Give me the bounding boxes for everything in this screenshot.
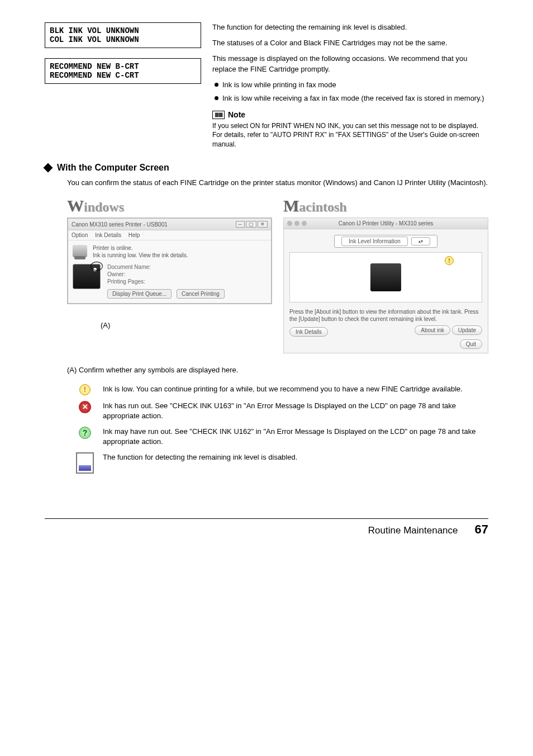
lcd-message-boxes: BLK INK VOL UNKNOWN COL INK VOL UNKNOWN …: [45, 22, 201, 149]
page-footer: Routine Maintenance 67: [45, 518, 488, 537]
status-line: Ink is running low. View the ink details…: [93, 252, 266, 258]
cartridge-image: [370, 263, 401, 291]
ink-low-icon: !: [79, 384, 91, 395]
lcd-line: RECOMMEND NEW C-CRT: [50, 71, 139, 80]
paragraph: The function for detecting the remaining…: [212, 22, 488, 32]
note-block: ≣≣ Note If you select ON for PRINT WHEN …: [212, 110, 488, 149]
windows-status-monitor: Canon MX310 series Printer - USB001 ─▢✕ …: [67, 218, 272, 304]
note-label: Note: [228, 110, 245, 119]
diamond-icon: [44, 163, 53, 172]
field-label: Document Name:: [107, 264, 228, 270]
ink-detection-disabled-icon: [76, 452, 94, 474]
field-label: Printing Pages:: [107, 278, 228, 285]
mac-panel-title: Canon IJ Printer Utility - MX310 series: [339, 220, 434, 226]
ink-maybe-out-icon: ?: [79, 427, 91, 439]
menu-option: Option: [72, 232, 88, 238]
lcd-box-2: RECOMMEND NEW B-CRT RECOMMEND NEW C-CRT: [45, 58, 201, 84]
top-section: BLK INK VOL UNKNOWN COL INK VOL UNKNOWN …: [45, 22, 488, 149]
window-controls: ─▢✕: [236, 221, 268, 228]
menu-help: Help: [129, 232, 140, 238]
ink-details-button: Ink Details: [289, 327, 328, 337]
display-queue-button: Display Print Queue...: [107, 289, 172, 299]
icon-description: Ink has run out. See "CHECK INK U163" in…: [103, 401, 488, 421]
mac-info-text: Press the [About ink] button to view the…: [289, 308, 482, 323]
note-icon: ≣≣: [212, 111, 225, 119]
mac-printer-utility: Canon IJ Printer Utility - MX310 series …: [283, 218, 488, 353]
status-line: Printer is online.: [93, 245, 266, 251]
icon-description: Ink is low. You can continue printing fo…: [103, 384, 488, 394]
lcd-box-1: BLK INK VOL UNKNOWN COL INK VOL UNKNOWN: [45, 22, 201, 48]
lcd-line: BLK INK VOL UNKNOWN: [50, 26, 139, 35]
note-body: If you select ON for PRINT WHEN NO INK, …: [212, 121, 488, 149]
bullet-list: Ink is low while printing in fax mode In…: [212, 80, 488, 103]
lcd-line: COL INK VOL UNKNOWN: [50, 35, 139, 44]
paragraph: This message is displayed on the followi…: [212, 54, 488, 74]
win-panel-title: Canon MX310 series Printer - USB001: [72, 221, 168, 228]
computer-screen-section: With the Computer Screen You can confirm…: [45, 163, 488, 474]
icon-description: Ink may have run out. See "CHECK INK U16…: [103, 427, 488, 447]
mac-traffic-lights: [287, 221, 307, 226]
top-description: The function for detecting the remaining…: [212, 22, 488, 149]
macintosh-label: Macintosh: [283, 196, 488, 215]
macintosh-column: Macintosh Canon IJ Printer Utility - MX3…: [283, 196, 488, 353]
menu-ink-details: Ink Details: [95, 232, 121, 238]
lcd-line: RECOMMEND NEW B-CRT: [50, 62, 139, 71]
confirm-text: (A) Confirm whether any symbols are disp…: [67, 365, 488, 376]
windows-label: Windows: [67, 196, 272, 215]
update-button: Update: [452, 325, 482, 335]
ink-out-icon: ✕: [79, 401, 91, 413]
callout-oval: [91, 262, 103, 271]
section-heading: With the Computer Screen: [57, 163, 169, 173]
section-intro: You can confirm the status of each FINE …: [67, 177, 488, 188]
windows-column: Windows Canon MX310 series Printer - USB…: [67, 196, 272, 353]
paragraph: The statuses of a Color and Black FINE C…: [212, 38, 488, 48]
bullet-item: Ink is low while printing in fax mode: [212, 80, 488, 90]
printer-icon: [73, 245, 87, 257]
bullet-item: Ink is low while receiving a fax in fax …: [212, 93, 488, 103]
quit-button: Quit: [460, 339, 482, 349]
field-label: Owner:: [107, 271, 228, 277]
icon-legend: ! Ink is low. You can continue printing …: [75, 384, 488, 474]
footer-section: Routine Maintenance: [368, 525, 458, 536]
page-number: 67: [475, 522, 488, 537]
cancel-printing-button: Cancel Printing: [177, 289, 225, 299]
warning-icon: !: [445, 256, 454, 265]
mac-dropdown: Ink Level Information: [341, 237, 408, 246]
about-ink-button: About ink: [415, 325, 450, 335]
icon-description: The function for detecting the remaining…: [103, 452, 488, 462]
callout-a-label: (A): [101, 321, 272, 329]
